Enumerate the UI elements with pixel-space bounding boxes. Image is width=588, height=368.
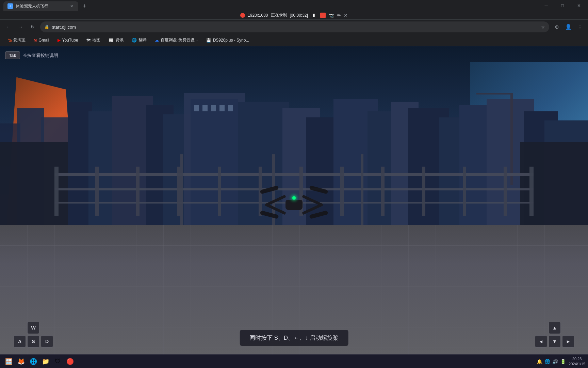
arrow-top-row: ▲ (535, 322, 574, 334)
url-bar[interactable]: 🔒 start.dji.com ☆ (40, 21, 549, 32)
svg-rect-31 (54, 173, 534, 176)
translate-label: 翻译 (138, 37, 147, 43)
synology-label: DS920plus - Syno... (213, 38, 249, 43)
svg-rect-46 (529, 167, 534, 216)
news-favicon: 📰 (109, 38, 114, 43)
recording-close-button[interactable]: ✕ (344, 13, 348, 18)
bookmark-star-icon[interactable]: ☆ (541, 25, 545, 30)
svg-rect-45 (504, 167, 507, 216)
forward-button[interactable]: → (16, 22, 25, 32)
key-w: W (27, 322, 39, 334)
svg-rect-49 (361, 154, 363, 234)
tray-network-icon[interactable]: 🌐 (544, 359, 550, 364)
key-d: D (41, 335, 53, 348)
wasd-key-overlay: W A S D (14, 322, 53, 348)
recording-edit-button[interactable]: ✏ (337, 13, 341, 18)
recording-stop-button[interactable] (320, 13, 326, 18)
svg-rect-9 (191, 99, 238, 247)
drone-simulator-scene[interactable]: Tab 长按查看按键说明 W A S D 同时按下 S、D、←、↓ 启动螺旋桨 … (0, 46, 588, 354)
menu-icon[interactable]: ⋮ (575, 22, 585, 32)
minimize-button[interactable]: ─ (538, 0, 554, 11)
translate-favicon: 🌐 (132, 38, 137, 43)
new-tab-button[interactable]: + (80, 1, 89, 11)
maps-favicon: 🗺 (86, 38, 91, 43)
svg-rect-10 (194, 105, 199, 111)
extensions-icon[interactable]: ⊕ (552, 22, 561, 32)
key-arrow-left: ◄ (535, 335, 547, 348)
recording-resolution: 1920x1080 (248, 13, 268, 18)
clock-date: 2024/1/15 (569, 362, 585, 366)
tab-help-description: 长按查看按键说明 (23, 52, 58, 59)
clock-time: 20:23 (572, 356, 582, 361)
svg-rect-13 (219, 105, 225, 111)
bookmark-gmail[interactable]: M Gmail (30, 36, 53, 45)
tab-area: ✈ 体验驾无人机飞行 ✕ + (0, 0, 89, 11)
maximize-button[interactable]: □ (555, 0, 570, 11)
wasd-bottom-row: A S D (14, 335, 53, 348)
key-arrow-up: ▲ (549, 322, 561, 334)
bookmark-translate[interactable]: 🌐 翻译 (128, 36, 150, 45)
youtube-label: YouTube (62, 38, 78, 43)
taskbar-app-3[interactable]: 🌐 (27, 356, 39, 367)
tab-close-button[interactable]: ✕ (69, 3, 74, 9)
recording-timer: [00:00:32] (290, 13, 308, 18)
svg-rect-35 (95, 167, 99, 216)
propeller-bottomright (309, 210, 328, 219)
svg-rect-44 (463, 167, 466, 216)
main-content[interactable]: Tab 长按查看按键说明 W A S D 同时按下 S、D、←、↓ 启动螺旋桨 … (0, 46, 588, 354)
drone-body (285, 200, 303, 210)
instruction-banner: 同时按下 S、D、←、↓ 启动螺旋桨 (240, 330, 348, 346)
taskbar-app-5[interactable]: 🛡 (52, 356, 64, 367)
active-tab[interactable]: ✈ 体验驾无人机飞行 ✕ (3, 1, 78, 11)
drone-status-light (292, 196, 296, 200)
baidupan-label: 百度网盘-免费云盘... (161, 37, 198, 43)
taskbar: 🪟 🦊 🌐 📁 🛡 🔴 🔔 🌐 🔊 🔋 20:23 2024/1/15 (0, 354, 588, 368)
taobao-label: 爱淘宝 (13, 37, 26, 43)
bookmark-youtube[interactable]: ▶ YouTube (54, 36, 82, 45)
bookmark-maps[interactable]: 🗺 地图 (83, 36, 104, 45)
bookmark-taobao[interactable]: 🛍 爱淘宝 (4, 36, 29, 45)
key-arrow-right: ► (562, 335, 574, 348)
svg-rect-14 (228, 105, 233, 111)
taskbar-app-6[interactable]: 🔴 (64, 356, 76, 367)
refresh-button[interactable]: ↻ (28, 22, 37, 32)
bookmark-synology[interactable]: 💾 DS920plus - Syno... (203, 36, 253, 45)
svg-rect-36 (136, 167, 140, 216)
svg-rect-42 (381, 167, 385, 216)
back-button[interactable]: ← (3, 22, 13, 32)
bookmark-news[interactable]: 📰 资讯 (105, 36, 127, 45)
bookmark-baidupan[interactable]: ☁ 百度网盘-免费云盘... (151, 36, 201, 45)
secure-icon: 🔒 (44, 25, 49, 29)
tray-battery-icon[interactable]: 🔋 (560, 359, 566, 364)
profile-icon[interactable]: 👤 (564, 22, 573, 32)
taskbar-app-4[interactable]: 📁 (39, 356, 52, 367)
taskbar-app-2[interactable]: 🦊 (15, 356, 27, 367)
tab-help-overlay: Tab 长按查看按键说明 (5, 51, 58, 59)
taskbar-windows-icon[interactable]: 🪟 (3, 356, 15, 367)
recording-indicator (240, 13, 245, 18)
key-a: A (14, 335, 26, 348)
svg-rect-47 (180, 154, 183, 234)
svg-rect-28 (476, 93, 510, 94)
window-controls: ─ □ ✕ (538, 0, 588, 11)
city-skyline (0, 93, 588, 247)
synology-favicon: 💾 (206, 38, 211, 43)
url-text: start.dji.com (52, 25, 538, 30)
svg-rect-38 (218, 167, 221, 216)
close-button[interactable]: ✕ (571, 0, 587, 11)
tray-volume-icon[interactable]: 🔊 (552, 359, 558, 364)
svg-rect-34 (54, 167, 59, 216)
arrow-key-overlay: ▲ ◄ ▼ ► (535, 322, 574, 348)
tray-notification-icon[interactable]: 🔔 (537, 359, 542, 364)
taskbar-right-area: 🔔 🌐 🔊 🔋 20:23 2024/1/15 (537, 356, 585, 366)
addressbar-actions: ⊕ 👤 ⋮ (552, 22, 585, 32)
system-tray: 🔔 🌐 🔊 🔋 (537, 359, 566, 364)
address-bar: ← → ↻ 🔒 start.dji.com ☆ ⊕ 👤 ⋮ (0, 20, 588, 34)
maps-label: 地图 (92, 37, 100, 43)
taobao-favicon: 🛍 (7, 38, 12, 43)
taskbar-clock[interactable]: 20:23 2024/1/15 (569, 356, 585, 366)
screenshot-button[interactable]: 📷 (328, 13, 334, 18)
recording-pause-button[interactable]: ⏸ (311, 13, 317, 18)
gmail-favicon: M (34, 38, 37, 42)
recording-status: 正在录制 (271, 12, 287, 18)
